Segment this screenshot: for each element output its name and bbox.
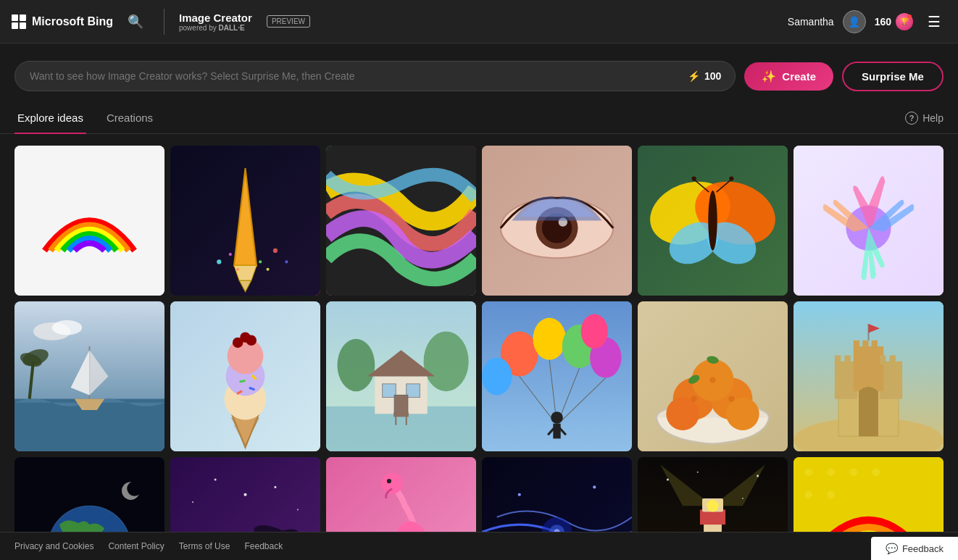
- avatar[interactable]: 👤: [843, 10, 866, 33]
- svg-point-18: [708, 191, 717, 251]
- menu-button[interactable]: ☰: [922, 10, 946, 33]
- feedback-icon: 💬: [886, 543, 898, 554]
- svg-point-79: [691, 396, 696, 401]
- svg-marker-1: [234, 266, 257, 281]
- search-coins-badge: ⚡ 100: [682, 67, 727, 85]
- search-input[interactable]: [14, 61, 736, 91]
- svg-point-111: [214, 478, 217, 480]
- svg-rect-93: [854, 340, 859, 349]
- svg-point-141: [805, 469, 812, 476]
- powered-by-label: powered by DALL·E: [179, 24, 252, 32]
- image-card[interactable]: [14, 146, 164, 296]
- image-card[interactable]: [794, 301, 944, 451]
- tabs-section: Explore ideas Creations ? Help: [0, 103, 958, 134]
- image-card[interactable]: [794, 146, 944, 296]
- card-balloons: [482, 301, 632, 451]
- image-creator-branding: Image Creator powered by DALL·E: [179, 12, 252, 32]
- svg-marker-29: [71, 350, 90, 395]
- card-oranges: [638, 301, 788, 451]
- image-grid: [0, 134, 958, 560]
- image-card[interactable]: [170, 146, 320, 296]
- image-card[interactable]: [482, 146, 632, 296]
- svg-line-68: [557, 378, 606, 425]
- footer-feedback[interactable]: Feedback: [244, 541, 283, 551]
- card-butterfly: [638, 146, 788, 296]
- svg-point-110: [243, 493, 246, 496]
- svg-point-21: [692, 176, 696, 180]
- image-card[interactable]: [14, 301, 164, 451]
- svg-point-114: [297, 509, 299, 510]
- tabs-left: Explore ideas Creations: [14, 103, 905, 133]
- image-card[interactable]: [170, 301, 320, 451]
- svg-rect-94: [862, 340, 868, 349]
- svg-rect-53: [383, 384, 396, 398]
- svg-point-43: [240, 332, 250, 342]
- svg-point-102: [127, 481, 142, 496]
- create-button[interactable]: ✨ Create: [744, 62, 833, 91]
- svg-rect-55: [394, 395, 408, 414]
- help-section[interactable]: ? Help: [905, 112, 944, 125]
- svg-point-77: [666, 397, 699, 430]
- svg-rect-91: [880, 356, 886, 364]
- svg-point-4: [259, 260, 262, 263]
- footer-privacy[interactable]: Privacy and Cookies: [14, 541, 93, 551]
- tab-creations[interactable]: Creations: [104, 103, 156, 134]
- svg-point-25: [52, 320, 82, 335]
- image-card[interactable]: [326, 301, 476, 451]
- svg-point-64: [581, 314, 608, 349]
- search-coins-count: 100: [704, 70, 721, 82]
- preview-badge: PREVIEW: [267, 15, 310, 28]
- svg-point-144: [872, 469, 880, 476]
- card-sailboat: [14, 301, 164, 451]
- feedback-fixed-label: Feedback: [902, 543, 944, 554]
- feedback-fixed-button[interactable]: 💬 Feedback: [871, 537, 958, 560]
- svg-point-3: [273, 248, 278, 253]
- svg-rect-95: [872, 340, 878, 349]
- footer-links: Privacy and Cookies Content Policy Terms…: [14, 541, 283, 551]
- svg-point-132: [697, 472, 699, 473]
- svg-rect-89: [835, 356, 841, 364]
- svg-point-142: [828, 469, 835, 476]
- footer: Privacy and Cookies Content Policy Terms…: [0, 532, 958, 560]
- trophy-icon: 🏆: [896, 13, 913, 30]
- svg-point-63: [482, 358, 512, 396]
- search-icon-button[interactable]: 🔍: [122, 11, 149, 33]
- dalle-label: DALL·E: [218, 24, 244, 32]
- svg-rect-92: [889, 356, 895, 364]
- tab-explore[interactable]: Explore ideas: [14, 103, 86, 134]
- surprise-button[interactable]: Surprise Me: [842, 62, 944, 91]
- card-splash: [794, 146, 944, 296]
- svg-point-69: [551, 411, 563, 424]
- svg-point-145: [805, 491, 812, 498]
- footer-content-policy[interactable]: Content Policy: [108, 541, 164, 551]
- coins-display: 160 🏆: [875, 13, 913, 30]
- logo-section: Microsoft Bing: [12, 14, 113, 29]
- svg-point-22: [729, 176, 733, 180]
- svg-marker-97: [869, 324, 880, 333]
- create-icon: ✨: [762, 70, 776, 83]
- svg-point-125: [593, 485, 596, 488]
- svg-rect-90: [844, 356, 850, 364]
- header-right: Samantha 👤 160 🏆 ☰: [788, 10, 946, 33]
- svg-point-8: [217, 259, 221, 264]
- image-card[interactable]: [638, 301, 788, 451]
- card-icecream: [170, 301, 320, 451]
- svg-point-112: [274, 486, 276, 488]
- svg-point-60: [533, 318, 566, 360]
- svg-marker-30: [90, 350, 109, 395]
- card-eye: [482, 146, 632, 296]
- image-card[interactable]: [638, 146, 788, 296]
- svg-rect-88: [854, 346, 883, 391]
- svg-rect-54: [407, 384, 420, 398]
- svg-line-31: [30, 362, 33, 399]
- image-card[interactable]: [482, 301, 632, 451]
- image-card[interactable]: [326, 146, 476, 296]
- footer-terms[interactable]: Terms of Use: [179, 541, 230, 551]
- svg-point-115: [382, 473, 403, 494]
- svg-point-80: [728, 396, 734, 401]
- help-icon: ?: [905, 112, 918, 125]
- help-label: Help: [922, 112, 944, 124]
- image-creator-title: Image Creator: [179, 12, 252, 24]
- svg-point-116: [387, 479, 391, 483]
- user-name: Samantha: [788, 16, 834, 28]
